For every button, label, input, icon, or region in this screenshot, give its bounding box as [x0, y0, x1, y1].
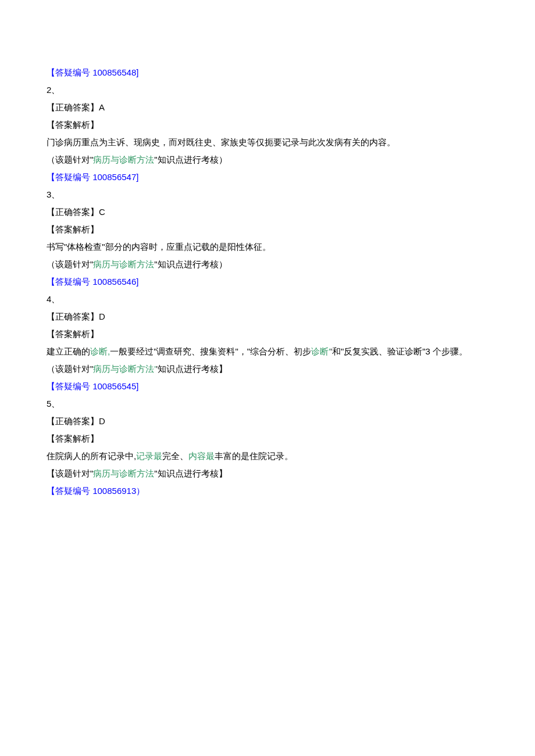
ref-number: 100856548]	[92, 67, 138, 77]
topic-suffix: '知识点进行考核】	[156, 364, 227, 374]
ref-number: 100856913）	[92, 486, 145, 496]
correct-answer-line: 【正确答案】C	[47, 203, 488, 221]
topic-line: （该题针对"病历与诊断方法"知识点进行考核）	[47, 151, 488, 169]
question-number: 5、	[47, 395, 488, 413]
analysis-post: 丰富的是住院记录。	[215, 451, 293, 461]
answer-value: D	[99, 416, 105, 426]
analysis-green: 记录最	[136, 451, 162, 461]
topic-suffix: "知识点进行考核）	[154, 259, 227, 269]
analysis-text: 门诊病历重点为主诉、现病史，而对既往史、家族史等仅扼要记录与此次发病有关的内容。	[47, 134, 488, 151]
analysis-text: 书写"体格检查"部分的内容时，应重点记载的是阳性体征。	[47, 238, 488, 256]
topic-line: （该题针对"病历与诊断方法''知识点进行考核】	[47, 360, 488, 378]
analysis-label: 【答案解析】	[47, 325, 488, 343]
topic-name: 病历与诊断方法	[93, 259, 154, 269]
answer-label: 【正确答案】	[47, 207, 99, 217]
question-number: 4、	[47, 291, 488, 308]
analysis-mid: 完全、	[162, 451, 188, 461]
reference-link[interactable]: 【答疑编号 100856913）	[47, 482, 488, 500]
answer-value: C	[99, 207, 105, 217]
ref-prefix: 【答疑编号	[47, 277, 92, 286]
topic-prefix: （该题针对"	[47, 259, 93, 269]
question-number: 3、	[47, 186, 488, 203]
reference-link[interactable]: 【答疑编号 100856547]	[47, 169, 488, 186]
analysis-pre: 建立正确的	[47, 346, 90, 356]
reference-link[interactable]: 【答疑编号 100856546]	[47, 273, 488, 291]
topic-prefix: 【该题针对"	[47, 468, 93, 478]
correct-answer-line: 【正确答案】A	[47, 99, 488, 116]
answer-label: 【正确答案】	[47, 311, 99, 321]
correct-answer-line: 【正确答案】D	[47, 308, 488, 325]
analysis-mid: 一般要经过"调查研究、搜集资料"，"综合分析、初步	[110, 346, 311, 356]
analysis-post: '和"反复实践、验证诊断"3 个步骤。	[330, 346, 468, 356]
analysis-label: 【答案解析】	[47, 221, 488, 238]
ref-prefix: 【答疑编号	[47, 172, 92, 182]
answer-label: 【正确答案】	[47, 416, 99, 426]
analysis-pre: 住院病人的所有记录中,	[47, 451, 136, 461]
analysis-green: 内容最	[188, 451, 215, 461]
analysis-label: 【答案解析】	[47, 116, 488, 134]
ref-prefix: 【答疑编号	[47, 381, 92, 391]
analysis-text: 建立正确的诊断,一般要经过"调查研究、搜集资料"，"综合分析、初步诊断''和"反…	[47, 343, 488, 360]
topic-suffix: "知识点进行考核）	[154, 155, 227, 164]
correct-answer-line: 【正确答案】D	[47, 413, 488, 430]
topic-line: 【该题针对"病历与诊断方法"知识点进行考核】	[47, 465, 488, 482]
reference-link[interactable]: 【答疑编号 100856545]	[47, 378, 488, 395]
ref-number: 100856547]	[92, 172, 138, 182]
analysis-label: 【答案解析】	[47, 430, 488, 447]
topic-name: 病历与诊断方法	[93, 155, 154, 164]
answer-label: 【正确答案】	[47, 102, 99, 112]
topic-name: 病历与诊断方法	[93, 468, 154, 478]
ref-prefix: 【答疑编号	[47, 67, 92, 77]
topic-prefix: （该题针对"	[47, 364, 93, 374]
question-number: 2、	[47, 81, 488, 99]
analysis-green: 诊断'	[311, 346, 330, 356]
analysis-text: 住院病人的所有记录中,记录最完全、内容最丰富的是住院记录。	[47, 447, 488, 465]
topic-name: 病历与诊断方法'	[93, 364, 156, 374]
ref-number: 100856546]	[92, 277, 138, 286]
ref-prefix: 【答疑编号	[47, 486, 92, 496]
ref-number: 100856545]	[92, 381, 138, 391]
analysis-green: 诊断,	[90, 346, 110, 356]
reference-link[interactable]: 【答疑编号 100856548]	[47, 64, 488, 81]
answer-value: D	[99, 311, 105, 321]
answer-value: A	[99, 102, 105, 112]
topic-suffix: "知识点进行考核】	[154, 468, 227, 478]
topic-line: （该题针对"病历与诊断方法"知识点进行考核）	[47, 256, 488, 273]
topic-prefix: （该题针对"	[47, 155, 93, 164]
